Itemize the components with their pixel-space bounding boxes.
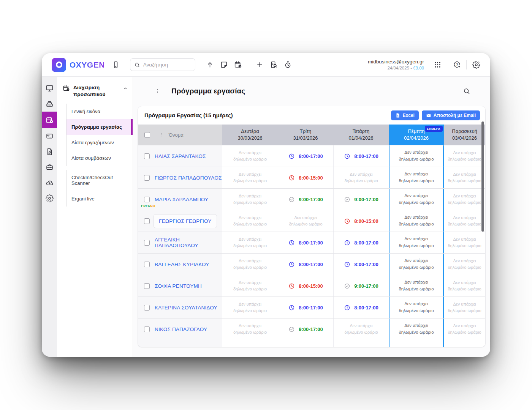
schedule-cell[interactable]: 9:00-17:00: [278, 189, 333, 210]
schedule-cell[interactable]: Δεν υπάρχειδηλωμένο ωράριο: [222, 232, 278, 253]
rail-item-cash-register[interactable]: [42, 96, 57, 112]
schedule-cell[interactable]: Δεν υπάρχειδηλωμένο ωράριο: [222, 189, 278, 210]
rail-item-monitor[interactable]: [42, 80, 57, 96]
schedule-cell-today[interactable]: Δεν υπάρχειδηλωμένο ωράριο: [389, 254, 444, 275]
sidebar-item-employee-list[interactable]: Λίστα εργαζόμενων: [66, 135, 133, 150]
employee-name[interactable]: ΚΑΤΕΡΙΝΑ ΣΟΥΛΤΑΝΙΔΟΥ: [155, 305, 217, 311]
toolbar-calendar-clock-button[interactable]: [232, 58, 245, 71]
toolbar-apps-grid-button[interactable]: [431, 58, 444, 71]
schedule-cell[interactable]: Δεν υπάρχειδηλωμένο ωράριο: [444, 319, 485, 340]
schedule-cell[interactable]: Δεν υπάρχειδηλωμένο ωράριο: [278, 210, 333, 232]
employee-name[interactable]: ΑΓΓΕΛΙΚΗ ΠΑΠΑΔΟΠΟΥΛΟΥ: [155, 237, 222, 248]
schedule-cell-today[interactable]: Δεν υπάρχειδηλωμένο ωράριο: [389, 167, 444, 188]
schedule-cell[interactable]: 8:00-17:00: [278, 232, 333, 253]
employee-name[interactable]: ΜΑΡΙΑ ΧΑΡΑΛΑΜΠΟΥ: [155, 197, 208, 202]
account-info[interactable]: midbusiness@oxygen.gr 24/04/2025 - €3.00: [368, 58, 424, 71]
schedule-cell-today[interactable]: Δεν υπάρχειδηλωμένο ωράριο: [389, 145, 444, 167]
employee-name[interactable]: ΓΙΩΡΓΟΣ ΠΑΠΑΔΟΠΟΥΛΟΣ: [155, 175, 222, 181]
schedule-cell-today[interactable]: Δεν υπάρχειδηλωμένο ωράριο: [389, 297, 444, 318]
global-search[interactable]: [130, 58, 195, 71]
column-menu-kebab-icon[interactable]: [160, 132, 164, 138]
sidebar-section-header[interactable]: Διαχείριση προσωπικού: [57, 83, 133, 101]
schedule-cell[interactable]: 8:00-17:00: [333, 145, 389, 167]
send-email-button[interactable]: Αποστολή με Email: [422, 110, 480, 120]
employee-name[interactable]: ΓΕΩΡΓΙΟΣ ΓΕΩΡΓΙΟΥ: [154, 214, 217, 228]
schedule-cell[interactable]: [444, 340, 485, 347]
schedule-cell[interactable]: 9:00-17:00: [333, 275, 389, 296]
page-menu-kebab-icon[interactable]: [155, 87, 160, 95]
schedule-cell[interactable]: Δεν υπάρχειδηλωμένο ωράριο: [222, 319, 278, 340]
schedule-cell[interactable]: [278, 340, 333, 347]
row-checkbox[interactable]: [144, 305, 150, 311]
row-checkbox[interactable]: [144, 175, 150, 181]
schedule-cell[interactable]: 8:00-17:00: [278, 297, 333, 318]
employee-name[interactable]: ΣΟΦΙΑ ΡΕΝΤΟΥΜΗ: [155, 283, 202, 289]
sidebar-item-work-schedule[interactable]: Πρόγραμμα εργασίας: [66, 119, 133, 135]
schedule-cell[interactable]: Δεν υπάρχειδηλωμένο ωράριο: [444, 275, 485, 296]
schedule-cell[interactable]: Δεν υπάρχειδηλωμένο ωράριο: [222, 254, 278, 275]
schedule-cell[interactable]: Δεν υπάρχειδηλωμένο ωράριο: [333, 167, 389, 188]
schedule-cell[interactable]: 8:00-17:00: [333, 232, 389, 253]
schedule-cell[interactable]: Δεν υπάρχειδηλωμένο ωράριο: [333, 319, 389, 340]
schedule-cell[interactable]: Δεν υπάρχειδηλωμένο ωράριο: [222, 275, 278, 296]
schedule-cell[interactable]: Δεν υπάρχειδηλωμένο ωράριο: [444, 167, 485, 188]
export-excel-button[interactable]: Excel: [391, 110, 419, 120]
row-checkbox[interactable]: [144, 262, 150, 267]
schedule-cell-today[interactable]: Δεν υπάρχειδηλωμένο ωράριο: [389, 319, 444, 340]
schedule-cell[interactable]: Δεν υπάρχειδηλωμένο ωράριο: [444, 210, 485, 232]
schedule-cell[interactable]: 9:00-17:00: [278, 319, 333, 340]
schedule-cell[interactable]: Δεν υπάρχειδηλωμένο ωράριο: [444, 189, 485, 210]
toolbar-building-search-button[interactable]: [268, 58, 280, 71]
schedule-cell[interactable]: 8:00-17:00: [278, 145, 333, 167]
schedule-cell[interactable]: 8:00-17:00: [278, 254, 333, 275]
schedule-cell[interactable]: Δεν υπάρχειδηλωμένο ωράριο: [222, 167, 278, 188]
row-checkbox[interactable]: [144, 153, 150, 159]
schedule-cell[interactable]: Δεν υπάρχειδηλωμένο ωράριο: [222, 145, 278, 167]
schedule-cell-today[interactable]: [389, 340, 444, 347]
sidebar-item-overview[interactable]: Γενική εικόνα: [66, 104, 133, 119]
select-all-checkbox[interactable]: [144, 132, 150, 138]
toolbar-plus-button[interactable]: [253, 58, 266, 71]
schedule-cell[interactable]: Δεν υπάρχειδηλωμένο ωράριο: [222, 297, 278, 318]
schedule-cell[interactable]: Δεν υπάρχειδηλωμένο ωράριο: [222, 210, 278, 232]
rail-item-briefcase[interactable]: [42, 159, 57, 175]
schedule-cell[interactable]: 9:00-17:00: [333, 189, 389, 210]
page-search-icon[interactable]: [463, 87, 470, 95]
employee-name[interactable]: ΗΛΙΑΣ ΣΑΡΑΝΤΑΚΟΣ: [155, 153, 206, 159]
rail-item-card-terminal[interactable]: [42, 128, 57, 144]
toolbar-gear-button[interactable]: [470, 58, 483, 71]
schedule-cell[interactable]: Δεν υπάρχειδηλωμένο ωράριο: [444, 232, 485, 253]
schedule-cell-today[interactable]: Δεν υπάρχειδηλωμένο ωράριο: [389, 189, 444, 210]
schedule-cell-today[interactable]: Δεν υπάρχειδηλωμένο ωράριο: [389, 275, 444, 296]
schedule-cell[interactable]: Δεν υπάρχειδηλωμένο ωράριο: [444, 254, 485, 275]
sidebar-item-ergani-live[interactable]: Ergani live: [66, 191, 133, 207]
row-checkbox[interactable]: [144, 326, 150, 332]
toolbar-chat-help-button[interactable]: ?: [450, 58, 463, 71]
schedule-cell-today[interactable]: Δεν υπάρχειδηλωμένο ωράριο: [389, 210, 444, 232]
mobile-app-button[interactable]: [109, 58, 122, 71]
search-input[interactable]: [143, 62, 191, 68]
schedule-cell[interactable]: Δεν υπάρχειδηλωμένο ωράριο: [444, 145, 485, 167]
row-checkbox[interactable]: [144, 283, 150, 289]
toolbar-stopwatch-button[interactable]: [282, 58, 294, 71]
rail-item-cloud-upload[interactable]: [42, 175, 57, 191]
rail-item-calendar-clock[interactable]: [42, 112, 57, 128]
schedule-cell[interactable]: [222, 340, 278, 347]
row-checkbox[interactable]: [144, 218, 150, 224]
rail-item-doc-sync[interactable]: [42, 144, 57, 159]
schedule-cell[interactable]: 8:00-15:00: [278, 275, 333, 296]
sidebar-item-checkin-checkout-scanner[interactable]: CheckIn/CheckOut Scanner: [66, 170, 133, 191]
schedule-cell[interactable]: Δεν υπάρχειδηλωμένο ωράριο: [444, 297, 485, 318]
schedule-cell[interactable]: 8:00-17:00: [333, 254, 389, 275]
employee-name[interactable]: ΝΙΚΟΣ ΠΑΠΑΖΟΓΛΟΥ: [155, 326, 207, 332]
rail-item-gear[interactable]: [42, 191, 57, 206]
vertical-scrollbar[interactable]: [481, 121, 484, 232]
schedule-cell[interactable]: 8:00-15:00: [333, 210, 389, 232]
toolbar-note-button[interactable]: [218, 58, 231, 71]
row-checkbox[interactable]: [144, 240, 150, 246]
sidebar-item-contracts-list[interactable]: Λίστα συμβάσεων: [66, 150, 133, 166]
schedule-cell[interactable]: [333, 340, 389, 347]
schedule-cell[interactable]: 8:00-15:00: [278, 167, 333, 188]
brand-logo[interactable]: OXYGEN: [52, 58, 105, 72]
toolbar-arrow-up-button[interactable]: [204, 58, 217, 71]
